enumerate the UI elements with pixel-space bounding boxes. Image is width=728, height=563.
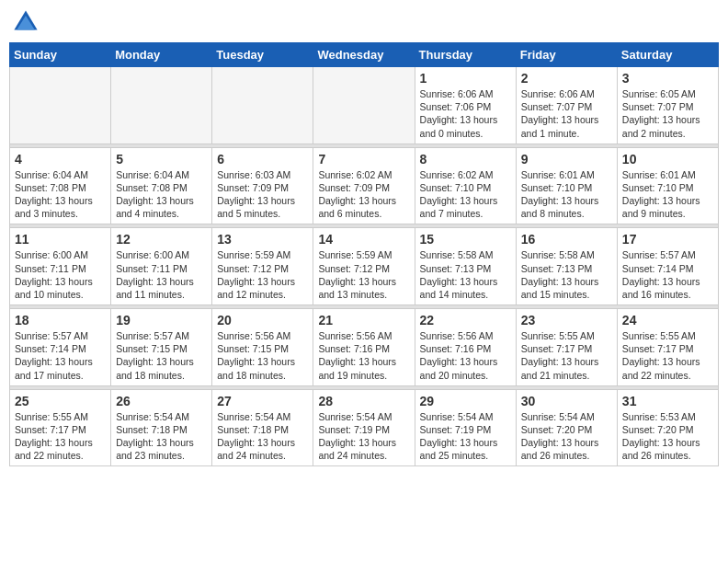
day-info: Sunrise: 6:00 AM Sunset: 7:11 PM Dayligh… bbox=[15, 248, 106, 301]
weekday-header: Monday bbox=[111, 43, 212, 67]
day-number: 26 bbox=[116, 394, 207, 408]
day-number: 8 bbox=[420, 152, 511, 167]
day-info: Sunrise: 5:54 AM Sunset: 7:18 PM Dayligh… bbox=[116, 410, 207, 463]
calendar-cell: 23Sunrise: 5:55 AM Sunset: 7:17 PM Dayli… bbox=[516, 309, 617, 386]
calendar-cell: 12Sunrise: 6:00 AM Sunset: 7:11 PM Dayli… bbox=[111, 228, 212, 305]
day-info: Sunrise: 5:53 AM Sunset: 7:20 PM Dayligh… bbox=[622, 410, 713, 463]
day-number: 25 bbox=[15, 394, 106, 408]
calendar-cell: 19Sunrise: 5:57 AM Sunset: 7:15 PM Dayli… bbox=[111, 309, 212, 386]
calendar-cell: 1Sunrise: 6:06 AM Sunset: 7:06 PM Daylig… bbox=[415, 67, 516, 144]
weekday-header: Friday bbox=[516, 43, 617, 67]
calendar-cell: 29Sunrise: 5:54 AM Sunset: 7:19 PM Dayli… bbox=[415, 389, 516, 466]
day-info: Sunrise: 6:01 AM Sunset: 7:10 PM Dayligh… bbox=[622, 168, 713, 221]
day-info: Sunrise: 5:55 AM Sunset: 7:17 PM Dayligh… bbox=[521, 329, 612, 382]
day-info: Sunrise: 6:03 AM Sunset: 7:09 PM Dayligh… bbox=[217, 168, 308, 221]
calendar-cell: 15Sunrise: 5:58 AM Sunset: 7:13 PM Dayli… bbox=[415, 228, 516, 305]
calendar-cell bbox=[10, 67, 111, 144]
day-number: 24 bbox=[622, 313, 713, 327]
calendar-cell: 5Sunrise: 6:04 AM Sunset: 7:08 PM Daylig… bbox=[111, 147, 212, 224]
day-number: 5 bbox=[116, 152, 207, 167]
calendar-cell: 25Sunrise: 5:55 AM Sunset: 7:17 PM Dayli… bbox=[10, 389, 111, 466]
day-number: 31 bbox=[622, 394, 713, 408]
day-number: 10 bbox=[622, 152, 713, 167]
day-number: 7 bbox=[318, 152, 409, 167]
calendar-cell: 8Sunrise: 6:02 AM Sunset: 7:10 PM Daylig… bbox=[415, 147, 516, 224]
day-info: Sunrise: 5:54 AM Sunset: 7:19 PM Dayligh… bbox=[420, 410, 511, 463]
day-number: 28 bbox=[318, 394, 409, 408]
day-number: 22 bbox=[420, 313, 511, 327]
day-info: Sunrise: 6:06 AM Sunset: 7:06 PM Dayligh… bbox=[420, 87, 511, 140]
day-info: Sunrise: 5:58 AM Sunset: 7:13 PM Dayligh… bbox=[420, 248, 511, 301]
weekday-header: Thursday bbox=[415, 43, 516, 67]
calendar-week-row: 25Sunrise: 5:55 AM Sunset: 7:17 PM Dayli… bbox=[10, 389, 719, 466]
calendar-week-row: 1Sunrise: 6:06 AM Sunset: 7:06 PM Daylig… bbox=[10, 67, 719, 144]
day-info: Sunrise: 5:58 AM Sunset: 7:13 PM Dayligh… bbox=[521, 248, 612, 301]
day-info: Sunrise: 6:06 AM Sunset: 7:07 PM Dayligh… bbox=[521, 87, 612, 140]
day-number: 4 bbox=[15, 152, 106, 167]
day-number: 6 bbox=[217, 152, 308, 167]
logo bbox=[13, 9, 42, 35]
calendar-cell: 11Sunrise: 6:00 AM Sunset: 7:11 PM Dayli… bbox=[10, 228, 111, 305]
calendar-cell: 6Sunrise: 6:03 AM Sunset: 7:09 PM Daylig… bbox=[212, 147, 313, 224]
day-number: 19 bbox=[116, 313, 207, 327]
day-number: 13 bbox=[217, 232, 308, 247]
calendar-cell: 21Sunrise: 5:56 AM Sunset: 7:16 PM Dayli… bbox=[313, 309, 415, 386]
day-number: 15 bbox=[420, 232, 511, 247]
day-number: 16 bbox=[521, 232, 612, 247]
day-info: Sunrise: 5:54 AM Sunset: 7:18 PM Dayligh… bbox=[217, 410, 308, 463]
day-number: 2 bbox=[521, 71, 612, 86]
day-info: Sunrise: 5:57 AM Sunset: 7:14 PM Dayligh… bbox=[622, 248, 713, 301]
weekday-header-row: SundayMondayTuesdayWednesdayThursdayFrid… bbox=[10, 43, 719, 67]
day-info: Sunrise: 5:55 AM Sunset: 7:17 PM Dayligh… bbox=[15, 410, 106, 463]
day-info: Sunrise: 5:55 AM Sunset: 7:17 PM Dayligh… bbox=[622, 329, 713, 382]
day-number: 12 bbox=[116, 232, 207, 247]
day-info: Sunrise: 5:54 AM Sunset: 7:19 PM Dayligh… bbox=[318, 410, 409, 463]
calendar-cell: 27Sunrise: 5:54 AM Sunset: 7:18 PM Dayli… bbox=[212, 389, 313, 466]
day-info: Sunrise: 5:59 AM Sunset: 7:12 PM Dayligh… bbox=[318, 248, 409, 301]
calendar-cell: 26Sunrise: 5:54 AM Sunset: 7:18 PM Dayli… bbox=[111, 389, 212, 466]
day-number: 1 bbox=[420, 71, 511, 86]
logo-icon bbox=[13, 9, 39, 35]
calendar-cell bbox=[313, 67, 415, 144]
day-info: Sunrise: 5:57 AM Sunset: 7:14 PM Dayligh… bbox=[15, 329, 106, 382]
calendar-cell: 30Sunrise: 5:54 AM Sunset: 7:20 PM Dayli… bbox=[516, 389, 617, 466]
day-number: 14 bbox=[318, 232, 409, 247]
calendar-week-row: 18Sunrise: 5:57 AM Sunset: 7:14 PM Dayli… bbox=[10, 309, 719, 386]
calendar-cell: 17Sunrise: 5:57 AM Sunset: 7:14 PM Dayli… bbox=[617, 228, 718, 305]
day-number: 29 bbox=[420, 394, 511, 408]
day-info: Sunrise: 6:02 AM Sunset: 7:09 PM Dayligh… bbox=[318, 168, 409, 221]
weekday-header: Saturday bbox=[617, 43, 718, 67]
calendar-cell: 28Sunrise: 5:54 AM Sunset: 7:19 PM Dayli… bbox=[313, 389, 415, 466]
calendar-cell: 16Sunrise: 5:58 AM Sunset: 7:13 PM Dayli… bbox=[516, 228, 617, 305]
weekday-header: Sunday bbox=[10, 43, 111, 67]
weekday-header: Tuesday bbox=[212, 43, 313, 67]
day-info: Sunrise: 6:02 AM Sunset: 7:10 PM Dayligh… bbox=[420, 168, 511, 221]
day-number: 11 bbox=[15, 232, 106, 247]
day-info: Sunrise: 5:56 AM Sunset: 7:15 PM Dayligh… bbox=[217, 329, 308, 382]
day-number: 3 bbox=[622, 71, 713, 86]
calendar-week-row: 11Sunrise: 6:00 AM Sunset: 7:11 PM Dayli… bbox=[10, 228, 719, 305]
day-info: Sunrise: 6:01 AM Sunset: 7:10 PM Dayligh… bbox=[521, 168, 612, 221]
calendar-cell: 10Sunrise: 6:01 AM Sunset: 7:10 PM Dayli… bbox=[617, 147, 718, 224]
day-info: Sunrise: 6:05 AM Sunset: 7:07 PM Dayligh… bbox=[622, 87, 713, 140]
day-number: 17 bbox=[622, 232, 713, 247]
calendar-cell: 2Sunrise: 6:06 AM Sunset: 7:07 PM Daylig… bbox=[516, 67, 617, 144]
calendar-cell bbox=[111, 67, 212, 144]
day-number: 23 bbox=[521, 313, 612, 327]
page-header bbox=[9, 9, 719, 35]
calendar-cell: 7Sunrise: 6:02 AM Sunset: 7:09 PM Daylig… bbox=[313, 147, 415, 224]
calendar-cell: 14Sunrise: 5:59 AM Sunset: 7:12 PM Dayli… bbox=[313, 228, 415, 305]
day-number: 30 bbox=[521, 394, 612, 408]
calendar-cell: 13Sunrise: 5:59 AM Sunset: 7:12 PM Dayli… bbox=[212, 228, 313, 305]
calendar-cell: 24Sunrise: 5:55 AM Sunset: 7:17 PM Dayli… bbox=[617, 309, 718, 386]
calendar-cell: 18Sunrise: 5:57 AM Sunset: 7:14 PM Dayli… bbox=[10, 309, 111, 386]
day-number: 20 bbox=[217, 313, 308, 327]
day-info: Sunrise: 6:00 AM Sunset: 7:11 PM Dayligh… bbox=[116, 248, 207, 301]
day-info: Sunrise: 5:59 AM Sunset: 7:12 PM Dayligh… bbox=[217, 248, 308, 301]
calendar-cell: 20Sunrise: 5:56 AM Sunset: 7:15 PM Dayli… bbox=[212, 309, 313, 386]
calendar-cell: 31Sunrise: 5:53 AM Sunset: 7:20 PM Dayli… bbox=[617, 389, 718, 466]
calendar-cell: 22Sunrise: 5:56 AM Sunset: 7:16 PM Dayli… bbox=[415, 309, 516, 386]
calendar-week-row: 4Sunrise: 6:04 AM Sunset: 7:08 PM Daylig… bbox=[10, 147, 719, 224]
day-number: 21 bbox=[318, 313, 409, 327]
calendar-cell bbox=[212, 67, 313, 144]
